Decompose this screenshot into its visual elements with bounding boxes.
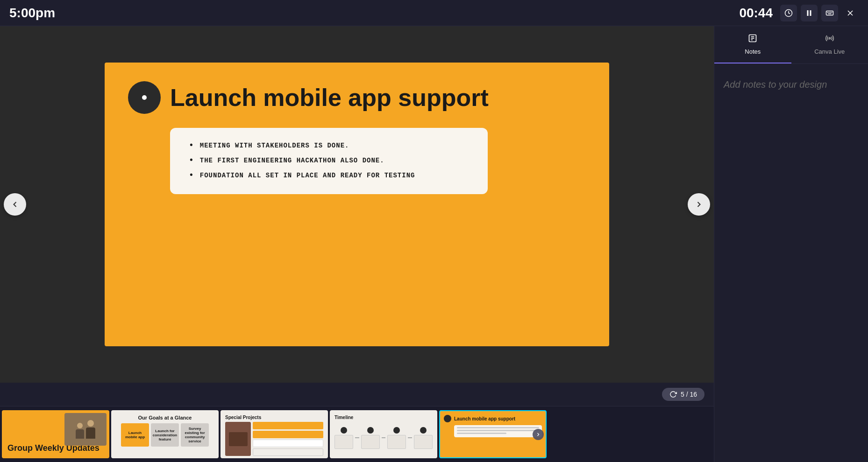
thumb-5-line-2: [457, 430, 539, 431]
chevron-left-icon: [10, 200, 20, 209]
slide-content-box: Meeting with stakeholders is done. The f…: [170, 128, 488, 194]
slide-bullet-1: Meeting with stakeholders is done.: [189, 142, 469, 150]
thumb-1-image: [64, 413, 107, 446]
thumbnail-5-content: [454, 425, 542, 437]
notes-placeholder: Add notes to your design: [724, 78, 827, 91]
thumbnail-5[interactable]: Launch mobile app support: [439, 410, 547, 458]
people-illustration: [76, 420, 95, 439]
slide-title-row: Launch mobile app support: [128, 81, 586, 114]
svg-rect-3: [826, 11, 833, 15]
timeline-circle-1: [341, 427, 347, 434]
svg-point-15: [829, 37, 830, 39]
slide-bullet-2: The first engineering hackathon also don…: [189, 157, 469, 165]
refresh-icon: [669, 391, 677, 398]
thumb-5-icon: [444, 415, 451, 422]
thumb-3-cards: [253, 422, 323, 456]
person-1-head: [77, 423, 83, 428]
slide-container: Launch mobile app support Meeting with s…: [0, 26, 714, 383]
top-bar-controls: [780, 5, 859, 21]
thumb-3-card-1: [253, 422, 323, 429]
timeline-line-1: [355, 437, 359, 438]
slide-counter-badge: 5 / 16: [662, 388, 704, 401]
timeline-circle-4: [420, 427, 427, 434]
thumbnail-2-title: Our Goals at a Glance: [116, 415, 214, 420]
slide-bullet-icon: [142, 95, 147, 100]
person-1: [76, 423, 84, 439]
tab-canva-live-label: Canva Live: [814, 48, 845, 55]
timeline-circle-3: [393, 427, 400, 434]
notes-content: Add notes to your design: [714, 64, 868, 462]
pause-button[interactable]: [801, 5, 818, 21]
close-icon: [846, 8, 855, 18]
thumbnail-5-title-row: Launch mobile app support: [444, 415, 542, 422]
thumbnail-4-title: Timeline: [334, 415, 433, 420]
keyboard-icon: [825, 9, 834, 17]
slide-bullet-3: Foundation all set in place and ready fo…: [189, 172, 469, 180]
presentation-area: Launch mobile app support Meeting with s…: [0, 26, 714, 462]
current-time: 5:00pm: [9, 6, 55, 21]
thumb-5-line-3: [457, 433, 506, 434]
timeline-box-2: [361, 435, 380, 449]
chevron-right-icon: [694, 200, 704, 209]
person-1-body: [76, 429, 84, 439]
thumb-3-card-4: [253, 448, 323, 456]
thumb-3-image: [225, 422, 251, 456]
timeline-box-3: [387, 435, 406, 449]
slide-display: Launch mobile app support Meeting with s…: [105, 63, 609, 346]
svg-rect-1: [807, 10, 809, 16]
thumb-3-card-2: [253, 431, 323, 438]
notes-icon: [748, 34, 757, 45]
thumb-2-item-2: Launch for consideration feature: [151, 423, 179, 447]
timer-display: 00:44: [739, 6, 773, 21]
tab-canva-live[interactable]: Canva Live: [791, 26, 868, 63]
thumb-5-line-1: [457, 427, 539, 428]
top-bar-left: 5:00pm: [9, 6, 55, 21]
canva-live-icon: [825, 34, 834, 45]
svg-rect-2: [810, 10, 811, 16]
thumbnail-2[interactable]: Our Goals at a Glance Launch mobile app …: [111, 410, 219, 458]
top-bar: 5:00pm 00:44: [0, 0, 868, 26]
notes-tabs: Notes Canva Live: [714, 26, 868, 64]
slide-counter-area: 5 / 16: [0, 383, 714, 406]
timeline-line-2: [382, 437, 386, 438]
timeline-node-3: [387, 427, 406, 449]
tab-notes[interactable]: Notes: [714, 26, 791, 63]
timeline-node-4: [414, 427, 433, 449]
thumbnail-5-title: Launch mobile app support: [454, 416, 515, 421]
thumb-2-item-1: Launch mobile app: [121, 423, 149, 447]
thumbnail-4[interactable]: Timeline: [330, 410, 437, 458]
thumbnail-3-content: [225, 422, 323, 456]
chevron-right-small-icon: [535, 432, 541, 437]
notes-panel: Notes Canva Live Add notes to your desig…: [714, 26, 868, 462]
timeline-box-1: [334, 435, 353, 449]
tab-notes-label: Notes: [745, 48, 761, 55]
person-2-body: [86, 427, 95, 439]
person-2: [86, 420, 95, 439]
thumb-2-item-3: Survey existing for community service: [181, 423, 209, 447]
keyboard-button[interactable]: [821, 5, 838, 21]
clock-icon: [784, 9, 793, 17]
thumbnail-2-items: Launch mobile app Launch for considerati…: [116, 423, 214, 447]
person-2-head: [87, 420, 94, 427]
timeline-circle-2: [367, 427, 374, 434]
timer-icon-button[interactable]: [780, 5, 797, 21]
thumb-3-card-3: [253, 440, 323, 447]
slide-main-title: Launch mobile app support: [170, 83, 489, 112]
thumbnail-strip: Group Weekly Updates Our Goals at a Glan…: [0, 406, 714, 462]
slide-icon-circle: [128, 81, 161, 114]
timeline-line-3: [408, 437, 412, 438]
timeline-node-1: [334, 427, 353, 449]
slide-counter-text: 5 / 16: [681, 391, 697, 398]
thumbnail-3-title: Special Projects: [225, 415, 323, 420]
timeline-node-2: [361, 427, 380, 449]
thumbnail-4-timeline: [334, 422, 433, 454]
main-area: Launch mobile app support Meeting with s…: [0, 26, 868, 462]
thumbnail-5-next-btn[interactable]: [533, 429, 544, 440]
thumbnail-1[interactable]: Group Weekly Updates: [2, 410, 109, 458]
thumbnail-3[interactable]: Special Projects: [221, 410, 328, 458]
close-button[interactable]: [842, 5, 859, 21]
next-slide-button[interactable]: [688, 193, 710, 216]
top-bar-center: 00:44: [739, 5, 859, 21]
pause-icon: [805, 9, 813, 17]
prev-slide-button[interactable]: [4, 193, 26, 216]
